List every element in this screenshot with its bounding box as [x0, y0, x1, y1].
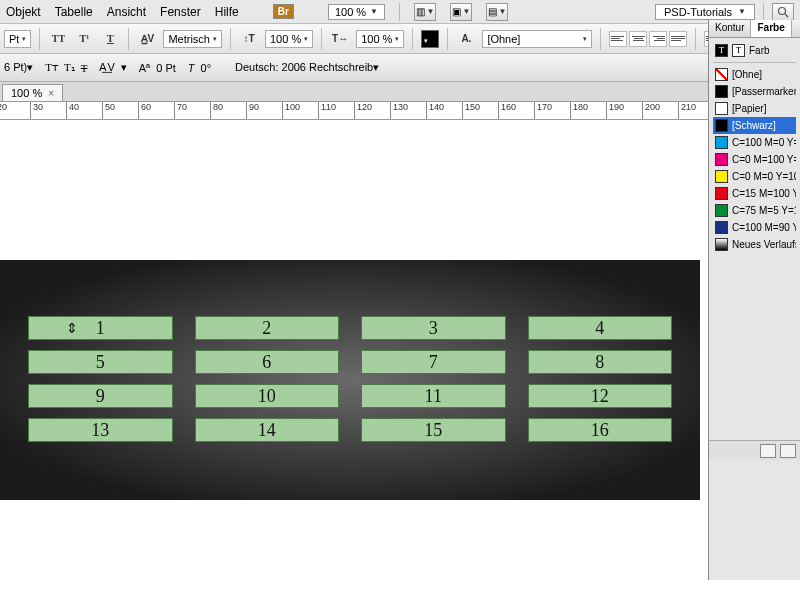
swatch-row[interactable]: [Papier]: [713, 100, 796, 117]
swatch-color-icon: [715, 119, 728, 132]
superscript-icon[interactable]: T¹: [74, 30, 94, 48]
kerning-select[interactable]: Metrisch▾: [163, 30, 222, 48]
horizontal-ruler[interactable]: 2030405060708090100110120130140150160170…: [0, 102, 800, 120]
baseline-field[interactable]: 0 Pt: [156, 62, 176, 74]
swatch-color-icon: [715, 68, 728, 81]
tracking-icon: A͟V: [99, 61, 114, 74]
swatch-color-icon: [715, 238, 728, 251]
table-cell[interactable]: 14: [195, 418, 340, 442]
tab-farbe[interactable]: Farbe: [751, 20, 791, 37]
close-icon[interactable]: ×: [48, 88, 54, 99]
view-mode-1-icon[interactable]: ▥▼: [414, 3, 436, 21]
table-cell[interactable]: 16: [528, 418, 673, 442]
document-tab-bar: 100 % ×: [0, 82, 800, 102]
table-cell[interactable]: 2: [195, 316, 340, 340]
arrange-icon[interactable]: ▤▼: [486, 3, 508, 21]
subscript-icon[interactable]: T₁: [64, 61, 75, 74]
charstyle-select[interactable]: [Ohne]▾: [482, 30, 592, 48]
panel-footer: [709, 440, 800, 460]
swatch-row[interactable]: [Passermarken]: [713, 83, 796, 100]
document-tab[interactable]: 100 % ×: [2, 84, 63, 101]
hscale-field[interactable]: 100 %▾: [356, 30, 404, 48]
panel-fill-stroke-toggle[interactable]: T T Farb: [713, 42, 796, 59]
table-cell[interactable]: 4: [528, 316, 673, 340]
swatch-row[interactable]: C=100 M=90 Y: [713, 219, 796, 236]
align-left-button[interactable]: [609, 31, 627, 47]
leading-field[interactable]: 6 Pt)▾: [4, 61, 33, 74]
language-select[interactable]: Deutsch: 2006 Rechtschreib▾: [235, 61, 395, 74]
tab-kontur[interactable]: Kontur: [709, 20, 751, 37]
align-right-button[interactable]: [649, 31, 667, 47]
swatch-label: C=75 M=5 Y=10: [732, 205, 796, 216]
tracking-field[interactable]: ▾: [121, 61, 127, 74]
table-cell[interactable]: 8: [528, 350, 673, 374]
table-cell[interactable]: 12: [528, 384, 673, 408]
panel-tab-bar: Kontur Farbe: [709, 20, 800, 38]
swatch-label: C=15 M=100 Y=: [732, 188, 796, 199]
numbered-table[interactable]: 12345678910111213141516: [28, 316, 672, 442]
table-cell[interactable]: 9: [28, 384, 173, 408]
ruler-tick: 110: [318, 102, 336, 120]
swatch-row[interactable]: C=15 M=100 Y=: [713, 185, 796, 202]
strikethrough-icon[interactable]: T: [81, 62, 88, 74]
fill-swatch-icon[interactable]: T: [715, 44, 728, 57]
swatch-color-icon: [715, 221, 728, 234]
table-cell[interactable]: 3: [361, 316, 506, 340]
new-swatch-button[interactable]: [760, 444, 776, 458]
justify-button[interactable]: [669, 31, 687, 47]
menu-ansicht[interactable]: Ansicht: [107, 5, 146, 19]
underline-icon[interactable]: T: [100, 30, 120, 48]
hscale-icon: T↔: [330, 30, 350, 48]
swatch-label: C=0 M=0 Y=100: [732, 171, 796, 182]
swatch-row[interactable]: C=0 M=0 Y=100: [713, 168, 796, 185]
ruler-tick: 40: [66, 102, 79, 120]
search-icon[interactable]: [772, 3, 794, 21]
svg-point-0: [779, 7, 786, 14]
control-bar-row1: Pt▾ TT T¹ T A̲V Metrisch▾ ↕T 100 %▾ T↔ 1…: [0, 24, 800, 54]
table-cell[interactable]: 6: [195, 350, 340, 374]
ruler-tick: 150: [462, 102, 480, 120]
table-cell[interactable]: 10: [195, 384, 340, 408]
swatch-row[interactable]: C=75 M=5 Y=10: [713, 202, 796, 219]
doc-tab-label: 100 %: [11, 87, 42, 99]
vscale-field[interactable]: 100 %▾: [265, 30, 313, 48]
farb-label: Farb: [749, 45, 770, 56]
stroke-swatch-icon[interactable]: T: [732, 44, 745, 57]
swatch-color-icon: [715, 102, 728, 115]
font-size-field[interactable]: Pt▾: [4, 30, 31, 48]
bridge-icon[interactable]: Br: [273, 4, 294, 19]
ruler-tick: 190: [606, 102, 624, 120]
smallcaps-icon[interactable]: Tᴛ: [45, 61, 58, 74]
swatch-row[interactable]: [Schwarz]: [713, 117, 796, 134]
document-viewport[interactable]: 12345678910111213141516 ⇕: [0, 120, 800, 600]
swatch-color-icon: [715, 170, 728, 183]
workspace-select[interactable]: PSD-Tutorials▼: [655, 4, 755, 20]
delete-swatch-button[interactable]: [780, 444, 796, 458]
ruler-tick: 120: [354, 102, 372, 120]
swatch-row[interactable]: C=100 M=0 Y=0: [713, 134, 796, 151]
menu-fenster[interactable]: Fenster: [160, 5, 201, 19]
align-center-button[interactable]: [629, 31, 647, 47]
swatch-label: [Schwarz]: [732, 120, 776, 131]
table-cell[interactable]: 11: [361, 384, 506, 408]
menu-tabelle[interactable]: Tabelle: [55, 5, 93, 19]
menu-objekt[interactable]: Objekt: [6, 5, 41, 19]
swatches-panel: Kontur Farbe T T Farb [Ohne][Passermarke…: [708, 20, 800, 580]
swatch-row[interactable]: [Ohne]: [713, 66, 796, 83]
table-cell[interactable]: 13: [28, 418, 173, 442]
skew-field[interactable]: 0°: [201, 62, 212, 74]
table-cell[interactable]: 1: [28, 316, 173, 340]
swatch-label: Neues Verlaufsfe: [732, 239, 796, 250]
swatch-row[interactable]: C=0 M=100 Y=0: [713, 151, 796, 168]
menu-hilfe[interactable]: Hilfe: [215, 5, 239, 19]
skew-icon: T: [188, 62, 195, 74]
table-cell[interactable]: 15: [361, 418, 506, 442]
swatch-row[interactable]: Neues Verlaufsfe: [713, 236, 796, 253]
table-cell[interactable]: 7: [361, 350, 506, 374]
allcaps-icon[interactable]: TT: [48, 30, 68, 48]
ruler-tick: 70: [174, 102, 187, 120]
table-cell[interactable]: 5: [28, 350, 173, 374]
text-fill-swatch[interactable]: ▾: [421, 30, 439, 48]
zoom-level-select[interactable]: 100 %▼: [328, 4, 385, 20]
screen-mode-icon[interactable]: ▣▼: [450, 3, 472, 21]
